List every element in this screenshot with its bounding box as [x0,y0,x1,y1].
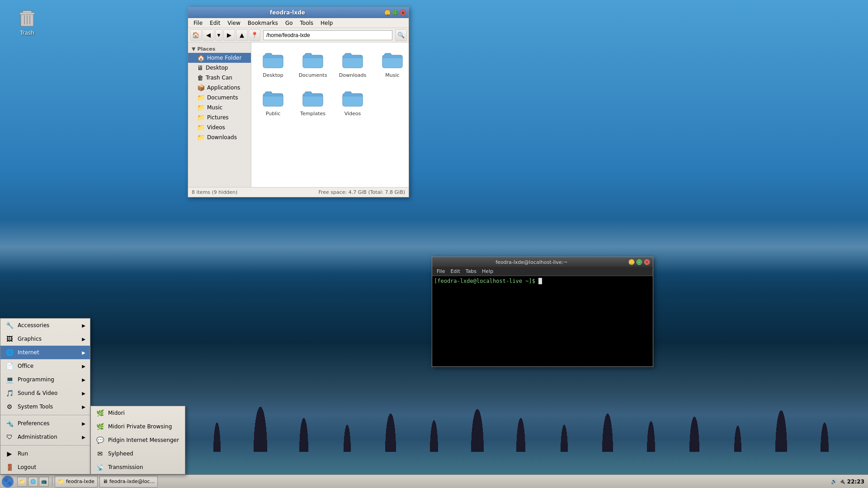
menu-action-run[interactable]: ▶ Run [0,447,90,460]
accessories-arrow: ▶ [82,323,85,328]
terminal-window: feodra-lxde@localhost-live:~ _ □ × File … [432,257,653,367]
toolbar-location-button[interactable]: 📍 [249,29,260,41]
desktop-icon-small: 🖥 [197,64,203,71]
submenu-midori[interactable]: 🌿 Midori [91,406,185,420]
sidebar-item-videos[interactable]: 📁 Videos [188,122,251,132]
menu-edit[interactable]: Edit [206,19,224,27]
toolbar-back-button[interactable]: ◀ [203,29,214,41]
folder-public-label: Public [266,111,281,117]
programming-arrow: ▶ [82,377,85,382]
midori-icon: 🌿 [95,408,104,418]
submenu-midori-private[interactable]: 🌿 Midori Private Browsing [91,420,185,433]
maximize-button[interactable]: □ [392,9,398,16]
terminal-menu-tabs[interactable]: Tabs [463,268,479,275]
quick-launch-media[interactable]: 📺 [39,477,49,487]
sidebar-item-pictures[interactable]: 📁 Pictures [188,113,251,122]
preferences-icon: 🔩 [5,419,14,428]
folder-documents-icon [302,49,324,70]
folder-templates-icon [302,87,324,109]
taskbar-window-terminal[interactable]: 🖥 feodra-lxde@loc... [99,476,158,488]
taskbar-window-filemanager[interactable]: 📁 feodra-lxde [55,476,98,488]
volume-icon[interactable]: 🔊 [831,479,837,484]
submenu-transmission[interactable]: 📡 Transmission [91,460,185,474]
menu-category-system-tools[interactable]: ⚙ System Tools ▶ [0,400,90,413]
fm-statusbar: 8 items (9 hidden) Free space: 4.7 GiB (… [188,187,409,197]
menu-file[interactable]: File [190,19,206,27]
taskbar: 🐾 📁 🌐 📺 📁 feodra-lxde 🖥 feodra-lxde@loc.… [0,474,868,488]
run-label: Run [18,450,28,457]
trash-desktop-icon[interactable]: Trash [9,5,45,38]
accessories-label: Accessories [18,322,78,328]
menu-category-programming[interactable]: 💻 Programming ▶ [0,373,90,386]
chevron-down-icon: ▼ [192,46,195,52]
menu-bookmarks[interactable]: Bookmarks [244,19,282,27]
close-button[interactable]: × [400,9,406,16]
menu-category-office[interactable]: 📄 Office ▶ [0,359,90,373]
network-icon[interactable]: 🔌 [839,479,845,484]
terminal-menu-file[interactable]: File [434,268,448,275]
system-tools-icon: ⚙ [5,402,14,411]
graphics-arrow: ▶ [82,337,85,342]
folder-templates-label: Templates [300,111,326,117]
folder-grid: Desktop Documents Downloads [255,46,405,119]
menu-category-accessories[interactable]: 🔧 Accessories ▶ [0,319,90,332]
folder-documents[interactable]: Documents [295,46,331,81]
quick-launch-browser[interactable]: 🌐 [28,477,38,487]
menu-help[interactable]: Help [317,19,336,27]
folder-public[interactable]: Public [255,84,291,119]
folder-videos[interactable]: Videos [335,84,371,119]
sidebar-item-home[interactable]: 🏠 Home Folder [188,53,251,63]
toolbar-forward-button[interactable]: ▶ [223,29,235,41]
toolbar-search-button[interactable]: 🔍 [395,29,407,41]
menu-action-logout[interactable]: 🚪 Logout [0,460,90,474]
menu-category-sound-video[interactable]: 🎵 Sound & Video ▶ [0,386,90,400]
terminal-menu-edit[interactable]: Edit [448,268,462,275]
folder-icon: 📁 [197,94,205,101]
fm-content: Desktop Documents Downloads [251,42,409,187]
terminal-minimize[interactable]: _ [628,259,635,265]
folder-music[interactable]: Music [374,46,409,81]
menu-view[interactable]: View [224,19,244,27]
menu-category-administration[interactable]: 🛡 Administration ▶ [0,430,90,444]
toolbar-home-button[interactable]: 🏠 [190,29,202,41]
quick-launch-files[interactable]: 📁 [17,477,27,487]
sidebar-item-trash[interactable]: 🗑 Trash Can [188,73,251,83]
sidebar-item-applications[interactable]: 📦 Applications [188,83,251,93]
folder-music-label: Music [385,72,399,78]
menu-category-internet[interactable]: 🌐 Internet ▶ [0,346,90,359]
path-input[interactable] [263,30,392,40]
sidebar-places-header[interactable]: ▼ Places [188,44,251,53]
menu-go[interactable]: Go [282,19,297,27]
office-arrow: ▶ [82,364,85,369]
start-menu: 🔧 Accessories ▶ 🖼 Graphics ▶ 🌐 Internet … [0,318,90,474]
start-button[interactable]: 🐾 [2,476,14,488]
taskbar-terminal-label: feodra-lxde@loc... [109,479,155,484]
toolbar-up-button[interactable]: ▲ [236,29,248,41]
sidebar-item-documents[interactable]: 📁 Documents [188,93,251,103]
preferences-arrow: ▶ [82,421,85,426]
office-icon: 📄 [5,361,14,371]
sidebar-item-music[interactable]: 📁 Music [188,103,251,113]
toolbar-back-dropdown[interactable]: ▼ [215,29,222,41]
menu-tools[interactable]: Tools [297,19,317,27]
submenu-sylpheed[interactable]: ✉ Sylpheed [91,447,185,460]
terminal-maximize[interactable]: □ [636,259,642,265]
pidgin-label: Pidgin Internet Messenger [108,437,179,443]
minimize-button[interactable]: _ [384,9,391,16]
internet-arrow: ▶ [82,350,85,355]
folder-downloads[interactable]: Downloads [335,46,371,81]
trash-label: Trash [20,30,34,36]
terminal-body[interactable]: [feodra-lxde@localhost-live ~]$ [432,276,653,366]
terminal-menu-help[interactable]: Help [479,268,496,275]
folder-templates[interactable]: Templates [295,84,331,119]
apps-icon: 📦 [197,84,205,91]
logout-label: Logout [18,464,36,470]
submenu-pidgin[interactable]: 💬 Pidgin Internet Messenger [91,433,185,447]
menu-category-preferences[interactable]: 🔩 Preferences ▶ [0,417,90,430]
sidebar-item-desktop[interactable]: 🖥 Desktop [188,63,251,73]
folder-desktop[interactable]: Desktop [255,46,291,81]
terminal-close[interactable]: × [644,259,650,265]
menu-category-graphics[interactable]: 🖼 Graphics ▶ [0,332,90,346]
folder-public-icon [262,87,284,109]
sidebar-item-downloads[interactable]: 📁 Downloads [188,132,251,142]
